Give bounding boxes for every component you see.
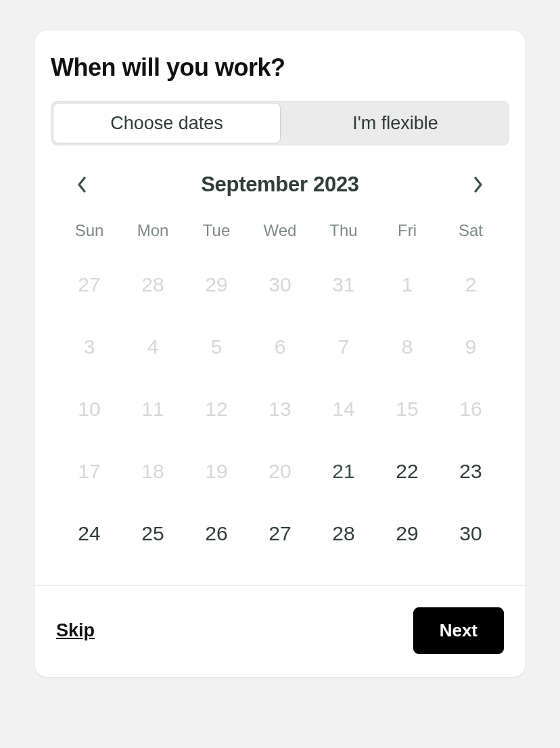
calendar: September 2023 SunMonTueWedThuFriSat 272… xyxy=(51,145,509,585)
date-picker-card: When will you work? Choose dates I'm fle… xyxy=(34,30,526,678)
calendar-day: 3 xyxy=(57,316,121,378)
calendar-day: 9 xyxy=(439,316,503,378)
month-label: September 2023 xyxy=(201,172,359,197)
weekday-row: SunMonTueWedThuFriSat xyxy=(57,214,503,254)
weekday-label: Sat xyxy=(439,214,503,254)
calendar-day: 30 xyxy=(248,254,312,316)
calendar-day[interactable]: 30 xyxy=(439,502,503,565)
calendar-day: 31 xyxy=(312,254,375,316)
skip-button[interactable]: Skip xyxy=(56,620,95,641)
calendar-day: 15 xyxy=(375,378,439,440)
calendar-day: 13 xyxy=(248,378,312,440)
calendar-day: 14 xyxy=(312,378,375,440)
weekday-label: Thu xyxy=(312,214,375,254)
calendar-day: 6 xyxy=(248,316,312,378)
prev-month-button[interactable] xyxy=(70,172,94,197)
footer: Skip Next xyxy=(34,585,526,677)
tab-choose-dates[interactable]: Choose dates xyxy=(53,103,281,143)
calendar-day: 18 xyxy=(121,440,185,502)
calendar-day[interactable]: 28 xyxy=(312,502,375,565)
calendar-day[interactable]: 25 xyxy=(121,502,185,565)
page-title: When will you work? xyxy=(51,53,509,82)
weekday-label: Wed xyxy=(248,214,312,254)
calendar-day: 20 xyxy=(248,440,312,502)
tab-label: I'm flexible xyxy=(352,113,438,134)
card-body: When will you work? Choose dates I'm fle… xyxy=(34,30,526,585)
calendar-day: 2 xyxy=(439,254,503,316)
calendar-day: 28 xyxy=(121,254,185,316)
calendar-day: 5 xyxy=(185,316,248,378)
calendar-day[interactable]: 27 xyxy=(248,502,312,565)
calendar-day: 17 xyxy=(57,440,121,502)
tab-flexible[interactable]: I'm flexible xyxy=(282,101,509,145)
tab-label: Choose dates xyxy=(110,113,223,134)
calendar-day: 8 xyxy=(375,316,439,378)
next-month-button[interactable] xyxy=(466,172,490,197)
calendar-day: 16 xyxy=(439,378,503,440)
calendar-day: 12 xyxy=(185,378,248,440)
weekday-label: Mon xyxy=(121,214,185,254)
calendar-day: 11 xyxy=(121,378,185,440)
calendar-day: 10 xyxy=(57,378,121,440)
chevron-right-icon xyxy=(472,175,484,194)
next-button[interactable]: Next xyxy=(413,607,504,654)
calendar-day[interactable]: 29 xyxy=(375,502,439,565)
chevron-left-icon xyxy=(76,175,88,194)
calendar-day[interactable]: 21 xyxy=(312,440,375,502)
calendar-day[interactable]: 22 xyxy=(375,440,439,502)
calendar-day[interactable]: 26 xyxy=(185,502,248,565)
weekday-label: Fri xyxy=(375,214,439,254)
calendar-day: 29 xyxy=(185,254,248,316)
calendar-header: September 2023 xyxy=(57,172,503,197)
weekday-label: Tue xyxy=(185,214,248,254)
days-grid: 2728293031123456789101112131415161718192… xyxy=(57,254,503,565)
calendar-day: 7 xyxy=(312,316,375,378)
mode-tabs: Choose dates I'm flexible xyxy=(51,101,509,145)
calendar-day: 4 xyxy=(121,316,185,378)
weekday-label: Sun xyxy=(57,214,121,254)
calendar-day: 27 xyxy=(57,254,121,316)
calendar-day[interactable]: 23 xyxy=(439,440,503,502)
calendar-day[interactable]: 24 xyxy=(57,502,121,565)
calendar-day: 19 xyxy=(185,440,248,502)
calendar-day: 1 xyxy=(375,254,439,316)
